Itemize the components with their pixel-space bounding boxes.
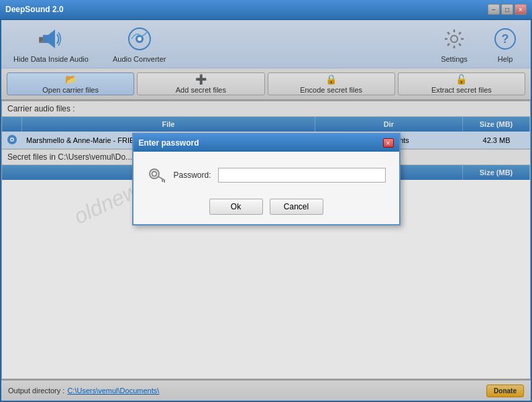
key-icon <box>147 165 167 185</box>
title-bar: DeepSound 2.0 − □ × <box>0 0 532 19</box>
dialog-buttons: Ok Cancel <box>147 199 386 215</box>
modal-overlay: Enter password × Password: <box>0 19 532 402</box>
password-label: Password: <box>174 170 211 180</box>
password-input[interactable] <box>218 168 386 183</box>
dialog-close-button[interactable]: × <box>383 138 394 148</box>
cancel-button[interactable]: Cancel <box>270 199 323 215</box>
dialog-titlebar: Enter password × <box>134 134 399 152</box>
maximize-button[interactable]: □ <box>501 4 513 15</box>
ok-button[interactable]: Ok <box>209 199 263 215</box>
password-dialog: Enter password × Password: <box>132 133 401 225</box>
svg-point-23 <box>150 169 159 179</box>
close-button[interactable]: × <box>515 4 527 15</box>
dialog-title: Enter password <box>139 138 199 148</box>
svg-point-24 <box>152 172 156 177</box>
app-title: DeepSound 2.0 <box>5 5 64 14</box>
password-row: Password: <box>147 165 386 185</box>
dialog-body: Password: Ok Cancel <box>134 152 399 224</box>
minimize-button[interactable]: − <box>488 4 500 15</box>
title-bar-controls: − □ × <box>488 4 527 15</box>
